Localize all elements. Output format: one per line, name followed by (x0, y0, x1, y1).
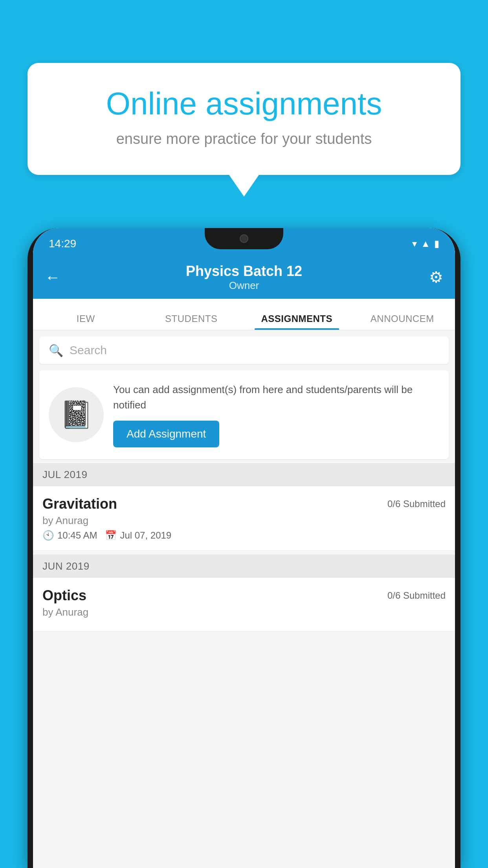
header-center: Physics Batch 12 Owner (186, 263, 302, 292)
battery-icon: ▮ (434, 238, 439, 249)
empty-state-description: You can add assignment(s) from here and … (113, 382, 439, 413)
notch (205, 228, 283, 249)
camera (240, 234, 248, 243)
assignment-by-optics: by Anurag (42, 606, 446, 618)
phone-frame: 14:29 ▾ ▲ ▮ ← Physics Batch 12 Owner ⚙ I… (28, 228, 460, 868)
tab-students[interactable]: STUDENTS (139, 313, 244, 330)
empty-state-icon: 📓 (49, 387, 104, 442)
header-title: Physics Batch 12 (186, 263, 302, 280)
empty-state-text: You can add assignment(s) from here and … (113, 382, 439, 447)
search-icon: 🔍 (49, 344, 63, 357)
bubble-title: Online assignments (55, 86, 433, 121)
assignment-date: 📅 Jul 07, 2019 (105, 530, 171, 541)
clock-icon: 🕙 (42, 530, 54, 541)
header-subtitle: Owner (186, 280, 302, 292)
tab-announcements[interactable]: ANNOUNCEM (350, 313, 455, 330)
section-jul-2019: JUL 2019 (33, 463, 455, 486)
assignment-gravitation[interactable]: Gravitation 0/6 Submitted by Anurag 🕙 10… (33, 486, 455, 551)
status-icons: ▾ ▲ ▮ (412, 234, 439, 249)
bubble-subtitle: ensure more practice for your students (55, 131, 433, 147)
assignment-name-optics: Optics (42, 587, 86, 604)
calendar-icon: 📅 (105, 530, 117, 541)
assignment-row-top: Gravitation 0/6 Submitted (42, 496, 446, 512)
content-area: 🔍 Search 📓 You can add assignment(s) fro… (33, 330, 455, 868)
tab-assignments[interactable]: ASSIGNMENTS (244, 313, 350, 330)
signal-icon: ▲ (421, 238, 430, 249)
speech-bubble: Online assignments ensure more practice … (28, 63, 460, 175)
empty-state: 📓 You can add assignment(s) from here an… (39, 370, 449, 459)
search-bar[interactable]: 🔍 Search (39, 337, 449, 364)
back-button[interactable]: ← (45, 268, 61, 286)
assignment-time: 🕙 10:45 AM (42, 530, 97, 541)
assignment-optics[interactable]: Optics 0/6 Submitted by Anurag (33, 578, 455, 631)
tabs-bar: IEW STUDENTS ASSIGNMENTS ANNOUNCEM (33, 299, 455, 330)
assignment-name: Gravitation (42, 496, 117, 512)
tab-iew[interactable]: IEW (33, 313, 139, 330)
assignment-row-top-optics: Optics 0/6 Submitted (42, 587, 446, 604)
add-assignment-button[interactable]: Add Assignment (113, 421, 219, 447)
section-jun-2019: JUN 2019 (33, 555, 455, 578)
settings-icon[interactable]: ⚙ (429, 268, 443, 286)
assignment-meta: 🕙 10:45 AM 📅 Jul 07, 2019 (42, 530, 446, 541)
phone-screen: 14:29 ▾ ▲ ▮ ← Physics Batch 12 Owner ⚙ I… (33, 228, 455, 868)
assignment-by: by Anurag (42, 515, 446, 527)
search-placeholder: Search (70, 344, 107, 357)
notebook-icon: 📓 (60, 399, 93, 430)
status-time: 14:29 (49, 234, 76, 250)
wifi-icon: ▾ (412, 238, 417, 249)
app-header: ← Physics Batch 12 Owner ⚙ (33, 256, 455, 299)
assignment-submitted-optics: 0/6 Submitted (387, 590, 446, 601)
assignment-submitted: 0/6 Submitted (387, 498, 446, 509)
